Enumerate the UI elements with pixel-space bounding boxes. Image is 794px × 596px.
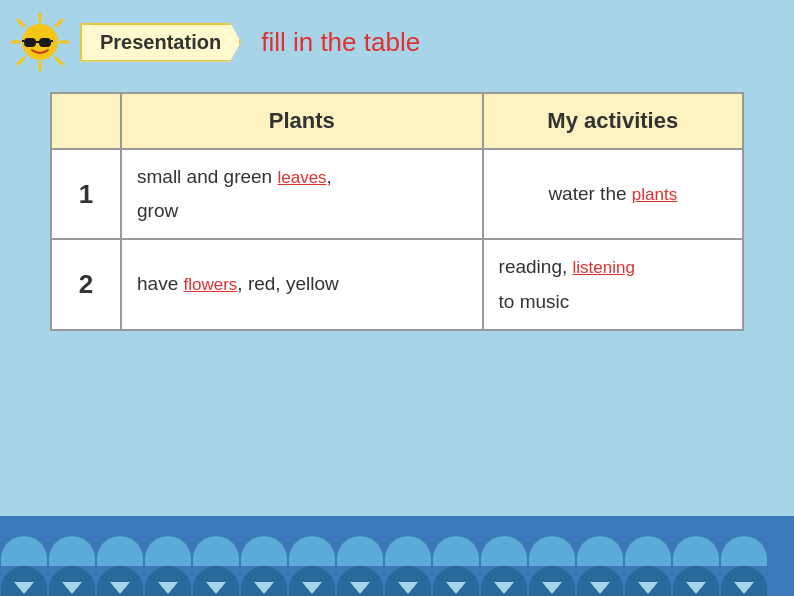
header-activities-col: My activities (483, 93, 743, 149)
svg-line-5 (56, 58, 62, 64)
main-content: Plants My activities 1 small and green l… (0, 82, 794, 341)
page-title: fill in the table (261, 27, 420, 58)
row1-num: 1 (51, 149, 121, 239)
svg-line-4 (18, 20, 24, 26)
bumps-bottom (0, 566, 794, 596)
row2-num: 2 (51, 239, 121, 329)
table-row: 2 have flowers, red, yellow reading, lis… (51, 239, 743, 329)
svg-line-7 (18, 58, 24, 64)
presentation-label: Presentation (100, 31, 221, 53)
row2-activities-before: reading, (499, 256, 573, 277)
row1-activities: water the plants (483, 149, 743, 239)
row2-activities-answer: listening (573, 258, 635, 277)
bumps-top (0, 536, 794, 566)
svg-rect-10 (39, 38, 51, 47)
row2-plants-answer: flowers (183, 275, 237, 294)
header: Presentation fill in the table (0, 0, 794, 82)
row2-plants-before: have (137, 273, 183, 294)
row2-activities: reading, listening to music (483, 239, 743, 329)
header-num-col (51, 93, 121, 149)
presentation-badge: Presentation (80, 23, 241, 62)
sun-icon (10, 12, 70, 72)
row1-plants-text2: grow (137, 200, 178, 221)
row1-activities-answer: plants (632, 185, 677, 204)
table-row: 1 small and green leaves, grow water the… (51, 149, 743, 239)
row1-activities-before: water the (548, 183, 631, 204)
row2-plants: have flowers, red, yellow (121, 239, 483, 329)
row1-plants: small and green leaves, grow (121, 149, 483, 239)
svg-line-6 (56, 20, 62, 26)
row2-plants-after: , red, yellow (237, 273, 338, 294)
bottom-decoration (0, 516, 794, 596)
header-plants-col: Plants (121, 93, 483, 149)
table-header-row: Plants My activities (51, 93, 743, 149)
fill-table: Plants My activities 1 small and green l… (50, 92, 744, 331)
row1-plants-text1: small and green (137, 166, 277, 187)
svg-rect-9 (24, 38, 36, 47)
row2-activities-text2: to music (499, 291, 570, 312)
row1-plants-answer1: leaves (277, 168, 326, 187)
